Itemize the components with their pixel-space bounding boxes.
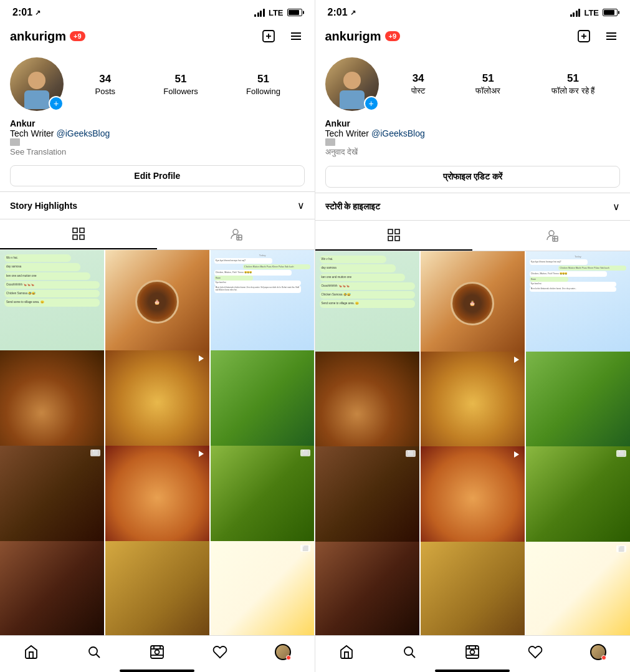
home-indicator-hindi <box>435 670 510 672</box>
posts-grid-hindi: Wo v hai. day samosa ken one and mutton … <box>315 251 631 635</box>
avatar-head-hindi <box>343 72 361 89</box>
grid-item-4[interactable] <box>0 350 104 454</box>
tagged-tab[interactable] <box>157 219 314 249</box>
following-stat-hindi[interactable]: 51 फॉलो कर रहे हैं <box>551 72 595 96</box>
followers-stat-hindi[interactable]: 51 फॉलोअर <box>475 72 500 96</box>
home-nav-button-hindi[interactable] <box>331 641 362 663</box>
grid-item-6[interactable] <box>211 350 315 454</box>
grid-item-3[interactable]: Today Kya kya khana banaya hai aaj? Chic… <box>211 250 315 354</box>
reels-nav-button-hindi[interactable] <box>457 641 488 663</box>
home-nav-button[interactable] <box>16 641 47 663</box>
svg-point-45 <box>470 650 475 655</box>
svg-rect-35 <box>395 236 399 241</box>
grid-item-12[interactable]: ⬜ <box>211 541 315 635</box>
avatar-container: + <box>10 57 64 111</box>
see-translation-button-hindi[interactable]: अनुवाद देखें <box>325 146 621 158</box>
grid-item-h6[interactable] <box>526 352 630 456</box>
bio-section: Ankur Tech Writer @iGeeksBlog See Transl… <box>0 116 315 160</box>
grid-item-h12[interactable]: ⬜ <box>526 542 630 636</box>
svg-rect-34 <box>388 236 393 241</box>
svg-rect-9 <box>73 235 77 239</box>
grid-item-7[interactable]: ⬜ <box>0 446 104 550</box>
video-indicator-h2 <box>512 450 521 459</box>
see-translation-button[interactable]: See Translation <box>10 146 305 158</box>
signal-bar-h1 <box>570 14 572 17</box>
search-nav-button-hindi[interactable] <box>394 641 425 663</box>
story-highlights-section[interactable]: Story Highlights ∨ <box>0 191 315 219</box>
grid-item-h4[interactable] <box>315 352 419 456</box>
grid-item-h1[interactable]: Wo v hai. day samosa ken one and mutton … <box>315 251 419 355</box>
following-stat[interactable]: 51 Following <box>246 73 280 96</box>
notification-badge[interactable]: +9 <box>70 31 85 41</box>
status-bar-hindi: 2:01 ↗ LTE <box>315 0 631 22</box>
add-story-button-hindi[interactable]: + <box>364 96 379 111</box>
bottom-nav-hindi <box>315 635 631 666</box>
chevron-down-icon: ∨ <box>297 199 305 211</box>
svg-rect-10 <box>80 235 84 239</box>
grid-item-8[interactable] <box>105 446 209 550</box>
username-hindi: ankurigm <box>325 29 381 44</box>
svg-rect-31 <box>325 138 335 146</box>
grid-item-h7[interactable]: ⬜ <box>315 446 419 550</box>
followers-count-hindi: 51 <box>482 72 494 85</box>
grid-item-h10[interactable] <box>315 542 419 636</box>
signal-bar-3 <box>260 11 262 17</box>
add-post-button-hindi[interactable] <box>575 27 593 45</box>
story-highlights-section-hindi[interactable]: स्टोरी के हाइलाइट ∨ <box>315 193 631 220</box>
profile-info: + 34 Posts 51 Followers 51 Following <box>0 52 315 116</box>
grid-item-11[interactable] <box>105 541 209 635</box>
add-story-button[interactable]: + <box>49 96 64 111</box>
likes-nav-button[interactable] <box>204 641 236 663</box>
following-count-hindi: 51 <box>567 72 579 85</box>
svg-marker-15 <box>199 355 204 362</box>
notification-badge-hindi[interactable]: +9 <box>385 31 401 41</box>
grid-item-2[interactable]: 🎂 <box>105 250 209 354</box>
profile-nav-button-hindi[interactable] <box>583 641 614 663</box>
grid-item-1[interactable]: Wo v hai. day samosa ken one and mutton … <box>0 250 104 354</box>
reels-nav-button[interactable] <box>141 641 173 663</box>
menu-button-hindi[interactable] <box>603 27 620 45</box>
edit-profile-button[interactable]: Edit Profile <box>10 165 305 186</box>
bio-name-hindi: Ankur <box>325 118 621 128</box>
svg-rect-7 <box>73 228 77 233</box>
status-time: 2:01 ↗ <box>12 7 41 18</box>
bio-link-hindi[interactable]: @iGeeksBlog <box>371 128 425 138</box>
tagged-tab-hindi[interactable] <box>472 221 630 251</box>
grid-item-h2[interactable]: 🎂 <box>421 251 525 355</box>
bio-link[interactable]: @iGeeksBlog <box>56 128 110 138</box>
add-post-button[interactable] <box>260 27 277 45</box>
grid-item-10[interactable] <box>0 541 104 635</box>
signal-bar-h2 <box>573 12 575 17</box>
posts-count-hindi: 34 <box>413 72 424 85</box>
signal-bar-2 <box>257 12 259 17</box>
grid-tab[interactable] <box>0 219 157 249</box>
grid-item-h3[interactable]: Today Kya kya khana banaya hai aaj? Chic… <box>526 251 630 355</box>
grid-item-h9[interactable]: ⬜ <box>526 446 630 550</box>
bio-line: Tech Writer @iGeeksBlog <box>10 128 305 138</box>
posts-stat-hindi[interactable]: 34 पोस्ट <box>411 72 425 96</box>
grid-item-h11[interactable] <box>421 542 525 636</box>
grid-item-9[interactable]: ⬜ <box>211 446 315 550</box>
video-indicator-h <box>512 355 521 364</box>
video-indicator <box>197 354 206 363</box>
grid-item-h5[interactable] <box>421 352 525 456</box>
stats-container-hindi: 34 पोस्ट 51 फॉलोअर 51 फॉलो कर रहे हैं <box>386 72 621 96</box>
likes-nav-button-hindi[interactable] <box>520 641 551 663</box>
story-highlights-label: Story Highlights <box>10 201 77 211</box>
posts-stat[interactable]: 34 Posts <box>95 73 116 96</box>
signal-bar-4 <box>263 9 265 17</box>
edit-profile-button-hindi[interactable]: प्रोफाइल एडिट करें <box>325 166 621 188</box>
time-text: 2:01 <box>12 7 32 18</box>
svg-marker-40 <box>514 357 519 363</box>
posts-count: 34 <box>99 73 111 85</box>
search-nav-button[interactable] <box>79 641 110 663</box>
grid-item-h8[interactable] <box>421 446 525 550</box>
menu-button[interactable] <box>287 27 305 45</box>
svg-line-18 <box>97 655 100 658</box>
grid-item-5[interactable] <box>105 350 209 454</box>
followers-stat[interactable]: 51 Followers <box>163 73 198 96</box>
profile-nav-button[interactable] <box>267 641 298 663</box>
signal-bar-h3 <box>576 11 578 17</box>
network-type-hindi: LTE <box>584 8 599 17</box>
grid-tab-hindi[interactable] <box>315 221 473 251</box>
